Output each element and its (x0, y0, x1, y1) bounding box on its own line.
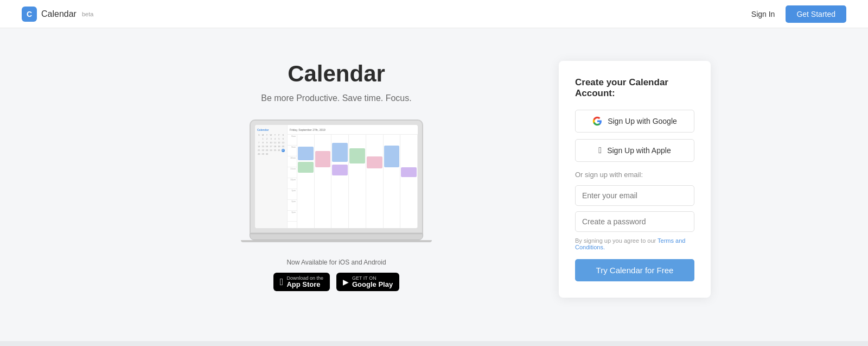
google-play-icon: ▶ (343, 278, 349, 286)
google-play-pre: GET IT ON (352, 276, 393, 281)
google-play-badge[interactable]: ▶ GET IT ON Google Play (336, 273, 399, 291)
app-store-badge[interactable]:  Download on the App Store (273, 273, 330, 291)
laptop-base (250, 234, 423, 240)
apple-icon:  (598, 146, 602, 155)
laptop-base-bottom (241, 240, 432, 242)
logo-icon: C (22, 7, 37, 22)
header-nav: Sign In Get Started (751, 5, 846, 23)
apple-signup-button[interactable]:  Sign Up with Apple (575, 139, 694, 162)
or-divider: Or sign up with email: (575, 171, 694, 179)
hero-section: Calendar Be more Productive. Save time. … (157, 61, 515, 291)
app-badges:  Download on the App Store ▶ GET IT ON … (273, 273, 399, 291)
apple-store-icon:  (280, 276, 284, 288)
logo-beta: beta (82, 11, 93, 17)
hero-subtitle: Be more Productive. Save time. Focus. (261, 93, 411, 103)
app-available-text: Now Available for iOS and Android (286, 259, 386, 266)
signup-card: Create your Calendar Account: Sign Up wi… (559, 61, 711, 298)
password-input[interactable] (575, 211, 694, 232)
laptop-screen: Calendar SMTWTFS 123456 78910111213 1415… (255, 125, 418, 228)
apple-signup-label: Sign Up with Apple (607, 146, 671, 155)
laptop-body: Calendar SMTWTFS 123456 78910111213 1415… (250, 119, 423, 234)
google-signup-label: Sign Up with Google (608, 117, 677, 125)
hero-title: Calendar (288, 61, 385, 87)
google-play-main: Google Play (352, 281, 393, 288)
app-store-main: App Store (286, 281, 323, 288)
cal-main: Friday, September 27th, 2019 8am 9am 10a… (288, 125, 418, 228)
terms-text: By signing up you agree to our Terms and… (575, 237, 694, 250)
get-started-button[interactable]: Get Started (786, 5, 846, 23)
main-content: Calendar Be more Productive. Save time. … (136, 28, 732, 341)
sign-in-button[interactable]: Sign In (751, 10, 775, 18)
cal-sidebar: Calendar SMTWTFS 123456 78910111213 1415… (255, 125, 288, 228)
email-input[interactable] (575, 185, 694, 206)
header: C Calendar beta Sign In Get Started (0, 0, 868, 28)
app-store-pre: Download on the (286, 276, 323, 281)
laptop-mockup: Calendar SMTWTFS 123456 78910111213 1415… (250, 119, 423, 242)
calendar-screen: Calendar SMTWTFS 123456 78910111213 1415… (255, 125, 418, 228)
google-signup-button[interactable]: Sign Up with Google (575, 110, 694, 133)
signup-title: Create your Calendar Account: (575, 77, 694, 99)
logo-text: Calendar (41, 9, 76, 19)
try-calendar-button[interactable]: Try Calendar for Free (575, 259, 694, 281)
google-icon (592, 116, 602, 126)
logo: C Calendar beta (22, 7, 93, 22)
press-section: CNN Entrepreneur Inc. Forbes // FOX NEWS… (0, 341, 868, 346)
